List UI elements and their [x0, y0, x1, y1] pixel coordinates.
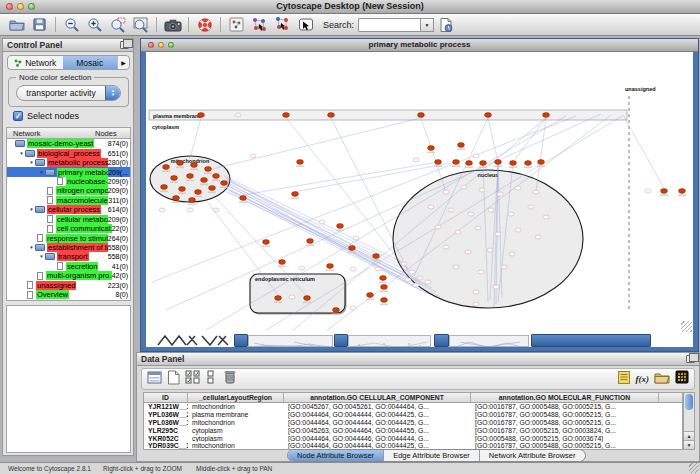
tree-item[interactable]: unassigned223(0): [7, 281, 130, 290]
table-row[interactable]: YLR295Ccytoplasm[GO:0045263, GO:0044464,…: [144, 427, 682, 435]
expand-icon[interactable]: ▼: [38, 170, 45, 175]
zoom-fit-icon[interactable]: [129, 15, 152, 35]
select-attributes-icon[interactable]: [147, 370, 162, 389]
minimized-window-icon[interactable]: [334, 334, 348, 347]
network-overview-panel[interactable]: [6, 305, 131, 453]
minimized-window-icon[interactable]: [234, 334, 248, 347]
table-row[interactable]: YPL036W__2plasma membrane[GO:0044464, GO…: [144, 411, 682, 419]
tab-network-attribute-browser[interactable]: Network Attribute Browser: [480, 450, 585, 461]
import-attributes-icon[interactable]: [654, 370, 670, 388]
tree-col-network[interactable]: Network: [7, 129, 41, 138]
scrollbar-thumb[interactable]: [685, 394, 693, 410]
table-row[interactable]: YJR121W__1mitochondrion[GO:0045267, GO:0…: [144, 403, 682, 411]
tab-mosaic-label: Mosaic: [76, 58, 103, 68]
save-attributes-icon[interactable]: [434, 15, 457, 35]
column-header[interactable]: ID: [144, 393, 188, 402]
network-frame-titlebar[interactable]: primary metabolic process: [141, 39, 698, 52]
tree-item[interactable]: mosaic-demo-yeast874(0): [7, 139, 130, 148]
tree-item[interactable]: cellular metabo...209(0): [7, 215, 130, 224]
network-canvas-area[interactable]: plasma membranecytoplasmmitochondrionnuc…: [146, 52, 693, 347]
function-builder-icon[interactable]: f(x): [636, 374, 650, 384]
minimized-window-thumb[interactable]: [248, 335, 333, 347]
help-icon[interactable]: [193, 15, 216, 35]
tree-item-label: multi-organism pro...: [46, 271, 112, 280]
tree-item-count: 8(0): [116, 291, 130, 298]
frame-minimize-icon[interactable]: [158, 42, 164, 48]
frame-zoom-icon[interactable]: [168, 42, 174, 48]
zoom-window-icon[interactable]: [28, 3, 35, 10]
column-header[interactable]: annotation.GO MOLECULAR_FUNCTION: [471, 393, 659, 402]
tree-item[interactable]: ▼biological_process651(0): [7, 148, 130, 157]
tab-edge-attribute-browser[interactable]: Edge Attribute Browser: [384, 450, 480, 461]
table-cell: [GO:0045263, GO:0044464, GO:0044455, G..…: [284, 427, 471, 435]
frame-close-icon[interactable]: [148, 42, 154, 48]
scroll-up-icon[interactable]: ▲: [684, 431, 694, 440]
minimized-window-thumb[interactable]: [449, 335, 529, 347]
zoom-in-icon[interactable]: [83, 15, 106, 35]
frame-resize-grip[interactable]: [681, 321, 692, 332]
attribute-batch-icon[interactable]: [617, 370, 631, 389]
tree-item-label: cellular process: [47, 205, 101, 214]
expand-icon[interactable]: ▼: [38, 254, 45, 259]
tree-item[interactable]: cell communicat...22(0): [7, 224, 130, 233]
select-nodes-row: ✓ Select nodes: [13, 111, 79, 121]
open-icon[interactable]: [5, 15, 28, 35]
select-all-attributes-icon[interactable]: [185, 370, 201, 389]
minimized-window-icon[interactable]: [434, 334, 449, 347]
zoom-out-icon[interactable]: [60, 15, 83, 35]
float-panel-icon[interactable]: [120, 41, 129, 49]
unselect-attributes-icon[interactable]: [206, 370, 218, 389]
scroll-down-icon[interactable]: ▼: [684, 440, 694, 449]
zoom-selected-icon[interactable]: [106, 15, 129, 35]
table-row[interactable]: YPL036W__1mitochondrion[GO:0044464, GO:0…: [144, 419, 682, 427]
tree-item[interactable]: secretion41(0): [7, 262, 130, 271]
expand-icon[interactable]: ▼: [28, 245, 35, 250]
close-window-icon[interactable]: [6, 3, 13, 10]
snapshot-icon[interactable]: [161, 15, 184, 35]
tab-network[interactable]: Network: [8, 56, 63, 69]
tab-network-label: Network: [25, 58, 56, 68]
minimized-window-thumb[interactable]: [348, 335, 431, 347]
column-header[interactable]: _cellularLayoutRegion: [188, 393, 284, 402]
select-nodes-checkbox[interactable]: ✓: [13, 111, 23, 121]
expand-icon[interactable]: ▼: [28, 207, 35, 212]
annotation-icon[interactable]: [294, 15, 317, 35]
tree-item[interactable]: multi-organism pro...42(0): [7, 271, 130, 280]
minimize-window-icon[interactable]: [17, 3, 24, 10]
tree-item[interactable]: ▼metabolic process280(0): [7, 158, 130, 167]
table-scrollbar[interactable]: ▲ ▼: [683, 392, 695, 450]
tree-item[interactable]: nitrogen compo...209(0): [7, 186, 130, 195]
tree-col-nodes[interactable]: Nodes: [95, 129, 130, 138]
column-header[interactable]: annotation.GO CELLULAR_COMPONENT: [284, 393, 471, 402]
expand-icon[interactable]: ▼: [18, 151, 25, 156]
birds-eye-view-icon[interactable]: [225, 15, 248, 35]
search-dropdown-icon[interactable]: ▼: [420, 18, 434, 32]
heatmap-icon[interactable]: [675, 370, 689, 388]
tree-item[interactable]: ▼primary metabo...209(...: [7, 167, 130, 176]
attribute-table-header: ID_cellularLayoutRegionannotation.GO CEL…: [144, 393, 682, 403]
delete-attribute-icon[interactable]: [223, 369, 237, 389]
tab-mosaic[interactable]: Mosaic: [63, 56, 118, 69]
window-resize-grip[interactable]: [689, 463, 699, 473]
tree-item[interactable]: response to stimul...264(0): [7, 233, 130, 242]
layout-1-icon[interactable]: [248, 15, 271, 35]
tree-item[interactable]: ▼establishment of lo...558(0): [7, 243, 130, 252]
minimized-window-titlebar[interactable]: [531, 334, 651, 347]
tree-item[interactable]: ▼cellular process614(0): [7, 205, 130, 214]
new-attribute-icon[interactable]: [167, 370, 180, 389]
table-row[interactable]: YKR052Ccytoplasm[GO:0044464, GO:0044446,…: [144, 435, 682, 443]
network-canvas[interactable]: plasma membranecytoplasmmitochondrionnuc…: [146, 52, 693, 334]
tree-item[interactable]: macromolecule...311(0): [7, 196, 130, 205]
tree-item[interactable]: nucleobase-...209(0): [7, 177, 130, 186]
tree-item[interactable]: ▼transport558(0): [7, 252, 130, 261]
tab-scroll-right-icon[interactable]: ▶: [117, 56, 129, 69]
search-input[interactable]: [358, 18, 420, 32]
layout-2-icon[interactable]: [271, 15, 294, 35]
tab-node-attribute-browser[interactable]: Node Attribute Browser: [288, 450, 384, 461]
float-panel-icon[interactable]: [686, 355, 695, 363]
node-color-select[interactable]: transporter activity ▲▼: [16, 85, 121, 101]
save-icon[interactable]: [28, 15, 51, 35]
minimized-network-sketch[interactable]: [156, 334, 232, 347]
expand-icon[interactable]: ▼: [28, 160, 35, 165]
tree-item[interactable]: Overview8(0): [7, 290, 130, 299]
